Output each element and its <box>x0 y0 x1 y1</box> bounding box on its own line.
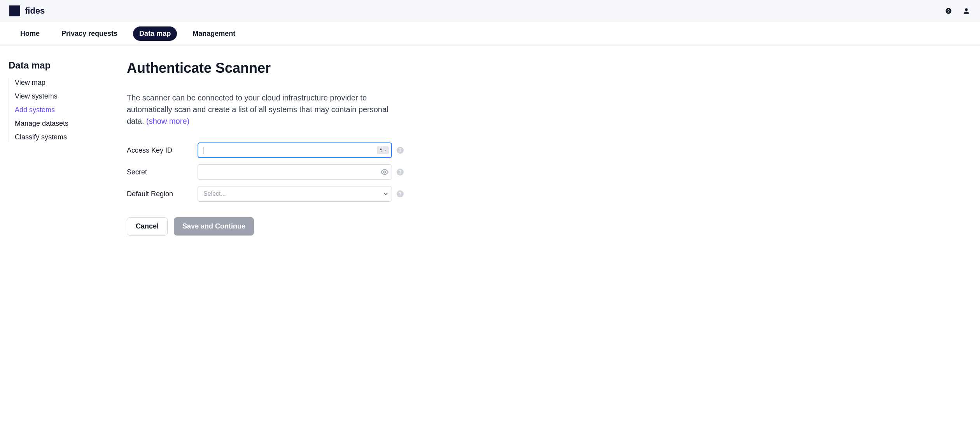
brand: fides <box>9 5 45 16</box>
sidebar: Data map View map View systems Add syste… <box>9 60 117 236</box>
svg-point-3 <box>380 148 382 150</box>
secret-input-wrap <box>198 164 392 180</box>
svg-point-7 <box>383 171 386 173</box>
form-actions: Cancel Save and Continue <box>127 217 485 236</box>
region-label: Default Region <box>127 190 193 198</box>
sidebar-item-view-map[interactable]: View map <box>15 78 117 88</box>
save-button[interactable]: Save and Continue <box>174 217 254 236</box>
nav-privacy-requests[interactable]: Privacy requests <box>55 26 124 41</box>
region-select[interactable]: Select... <box>198 186 392 202</box>
sidebar-item-manage-datasets[interactable]: Manage datasets <box>15 119 117 128</box>
main: Data map View map View systems Add syste… <box>0 46 980 250</box>
row-secret: Secret ? <box>127 164 485 180</box>
svg-point-2 <box>965 8 968 11</box>
sidebar-list: View map View systems Add systems Manage… <box>9 78 117 142</box>
nav-management[interactable]: Management <box>186 26 242 41</box>
sidebar-title: Data map <box>9 60 117 71</box>
region-select-wrap: Select... <box>198 186 392 202</box>
sidebar-item-classify-systems[interactable]: Classify systems <box>15 132 117 142</box>
eye-icon[interactable] <box>380 168 389 176</box>
secret-label: Secret <box>127 168 193 176</box>
help-icon[interactable]: ? <box>944 7 953 15</box>
brand-name: fides <box>25 6 45 16</box>
nav-data-map[interactable]: Data map <box>133 26 177 41</box>
svg-rect-6 <box>381 151 382 152</box>
sidebar-item-view-systems[interactable]: View systems <box>15 91 117 101</box>
sidebar-item-add-systems[interactable]: Add systems <box>15 105 117 115</box>
key-dropdown-icon[interactable] <box>377 146 389 154</box>
svg-rect-5 <box>381 151 382 151</box>
form: Access Key ID ? Secret <box>127 142 485 202</box>
brand-logo <box>9 5 20 16</box>
navbar: Home Privacy requests Data map Managemen… <box>0 22 980 46</box>
row-access-key: Access Key ID ? <box>127 142 485 158</box>
topbar: fides ? <box>0 0 980 22</box>
region-placeholder: Select... <box>203 190 226 197</box>
access-key-input-wrap <box>198 142 392 158</box>
nav-home[interactable]: Home <box>14 26 46 41</box>
text-cursor <box>203 147 203 154</box>
access-key-label: Access Key ID <box>127 146 193 155</box>
row-region: Default Region Select... ? <box>127 186 485 202</box>
chevron-down-icon <box>383 191 389 197</box>
access-key-help-icon[interactable]: ? <box>397 147 404 154</box>
topbar-right: ? <box>944 7 971 15</box>
show-more-link[interactable]: (show more) <box>146 117 189 125</box>
svg-text:?: ? <box>947 9 950 13</box>
access-key-input[interactable] <box>198 142 392 158</box>
user-icon[interactable] <box>962 7 971 15</box>
page-title: Authenticate Scanner <box>127 60 485 76</box>
cancel-button[interactable]: Cancel <box>127 217 168 236</box>
content: Authenticate Scanner The scanner can be … <box>127 60 485 236</box>
secret-input[interactable] <box>198 164 392 180</box>
page-description: The scanner can be connected to your clo… <box>127 92 399 127</box>
region-help-icon[interactable]: ? <box>397 190 404 197</box>
secret-help-icon[interactable]: ? <box>397 169 404 176</box>
